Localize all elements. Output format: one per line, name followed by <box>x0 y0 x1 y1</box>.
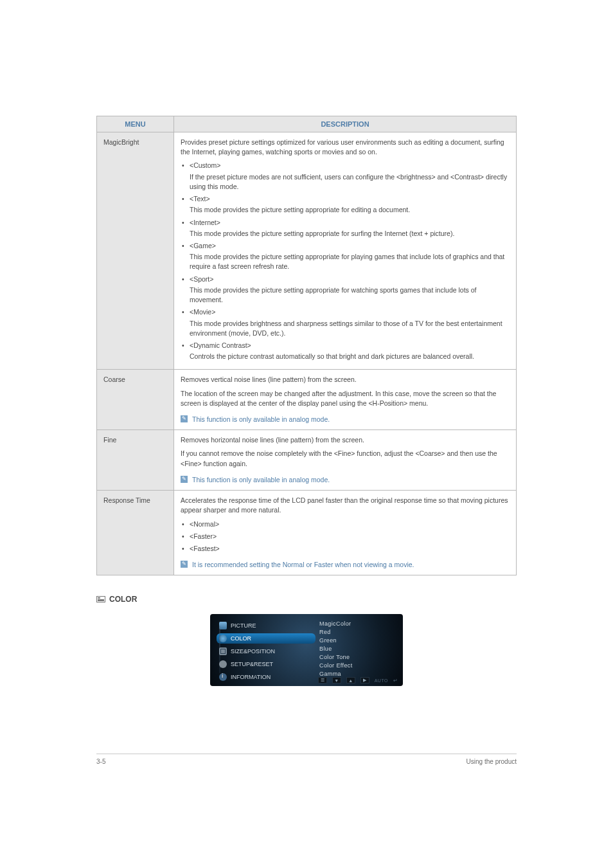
osd-right-item: Green <box>319 637 396 644</box>
size-icon <box>219 647 227 655</box>
mb-item-desc: This mode provides the picture setting a… <box>190 285 510 305</box>
osd-info-label: INFORMATION <box>231 674 271 680</box>
mb-item-desc: This mode provides the picture setting a… <box>190 205 510 215</box>
osd-bottom-bar: ☰ ▼ ▲ ▶ AUTO ↵ <box>318 677 398 683</box>
coarse-p1: Removes vertical noise lines (line patte… <box>181 375 510 384</box>
osd-left-menu: PICTURE COLOR SIZE&POSITION SETUP&RESET … <box>217 620 315 682</box>
osd-up-icon: ▲ <box>346 677 355 683</box>
note-icon <box>181 561 188 568</box>
osd-right-item: Color Tone <box>319 654 396 660</box>
fine-p1: Removes horizontal noise lines (line pat… <box>181 435 510 445</box>
osd-right-item: Gamma <box>319 671 396 677</box>
osd-down-icon: ▼ <box>332 677 341 683</box>
osd-item-size: SIZE&POSITION <box>217 646 315 656</box>
osd-return-icon: ↵ <box>393 678 398 683</box>
osd-item-picture: PICTURE <box>217 620 315 631</box>
osd-size-label: SIZE&POSITION <box>231 648 275 655</box>
osd-picture-label: PICTURE <box>231 622 256 629</box>
mb-item-desc: This mode provides the picture setting a… <box>190 252 510 271</box>
fine-note: This function is only available in analo… <box>181 475 510 485</box>
osd-color-label: COLOR <box>231 635 251 642</box>
fine-note-text: This function is only available in analo… <box>192 476 330 484</box>
osd-panel: PICTURE COLOR SIZE&POSITION SETUP&RESET … <box>210 614 403 686</box>
osd-item-info: INFORMATION <box>217 672 315 682</box>
table-row: Coarse Removes vertical noise lines (lin… <box>97 370 517 430</box>
osd-right-item: Color Effect <box>319 662 396 669</box>
mb-item-label: <Sport> <box>190 275 510 284</box>
menu-fine: Fine <box>97 430 174 491</box>
section-color-heading: COLOR <box>96 595 517 604</box>
osd-right-item: Blue <box>319 646 396 652</box>
section-color-label: COLOR <box>109 595 137 604</box>
menu-description-table: MENU DESCRIPTION MagicBright Provides pr… <box>96 116 517 575</box>
response-note-text: It is recommended setting the Normal or … <box>192 561 414 568</box>
mb-item-desc: Controls the picture contrast automatica… <box>190 352 510 361</box>
menu-magicbright: MagicBright <box>97 132 174 370</box>
footer-page-number: 3-5 <box>96 758 105 765</box>
mb-item-desc: If the preset picture modes are not suff… <box>190 172 510 192</box>
desc-magicbright: Provides preset picture settings optimiz… <box>174 132 517 370</box>
page-footer: 3-5 Using the product <box>96 754 517 765</box>
response-item: <Normal> <box>181 520 510 529</box>
osd-item-setup: SETUP&RESET <box>217 659 315 669</box>
desc-coarse: Removes vertical noise lines (line patte… <box>174 370 517 430</box>
response-note: It is recommended setting the Normal or … <box>181 560 510 570</box>
magicbright-intro: Provides preset picture settings optimiz… <box>181 138 510 157</box>
mb-item-label: <Movie> <box>190 307 510 317</box>
mb-item-desc: This mode provides the picture setting a… <box>190 229 510 239</box>
osd-auto-label: AUTO <box>375 678 388 683</box>
mb-item-desc: This mode provides brightness and sharpn… <box>190 319 510 338</box>
note-icon <box>181 415 188 422</box>
menu-coarse: Coarse <box>97 370 174 430</box>
osd-right-item: MagicColor <box>319 620 396 627</box>
osd-right-item: Red <box>319 629 396 635</box>
mb-item-label: <Text> <box>190 194 510 204</box>
osd-right-icon: ▶ <box>360 677 369 683</box>
coarse-note-text: This function is only available in analo… <box>192 415 330 423</box>
response-item: <Fastest> <box>181 544 510 554</box>
osd-item-color: COLOR <box>217 633 315 644</box>
osd-menu-icon: ☰ <box>318 677 327 683</box>
menu-response-time: Response Time <box>97 491 174 575</box>
magicbright-list: <Custom> If the preset picture modes are… <box>181 161 510 361</box>
response-p1: Accelerates the response time of the LCD… <box>181 496 510 515</box>
info-icon <box>219 673 227 681</box>
mb-item-label: <Game> <box>190 241 510 251</box>
response-item: <Faster> <box>181 532 510 541</box>
footer-section-title: Using the product <box>466 758 517 765</box>
header-menu: MENU <box>97 116 174 132</box>
desc-fine: Removes horizontal noise lines (line pat… <box>174 430 517 491</box>
table-row: Fine Removes horizontal noise lines (lin… <box>97 430 517 491</box>
header-description: DESCRIPTION <box>174 116 517 132</box>
note-icon <box>181 476 188 483</box>
coarse-note: This function is only available in analo… <box>181 415 510 424</box>
mb-item-label: <Dynamic Contrast> <box>190 341 510 350</box>
section-icon <box>96 596 105 602</box>
response-list: <Normal> <Faster> <Fastest> <box>181 520 510 554</box>
osd-right-menu: MagicColor Red Green Blue Color Tone Col… <box>315 620 396 682</box>
mb-item-label: <Internet> <box>190 218 510 228</box>
fine-p2: If you cannot remove the noise completel… <box>181 449 510 468</box>
coarse-p2: The location of the screen may be change… <box>181 389 510 408</box>
osd-setup-label: SETUP&RESET <box>231 661 273 667</box>
table-row: MagicBright Provides preset picture sett… <box>97 132 517 370</box>
mb-item-label: <Custom> <box>190 161 510 170</box>
gear-icon <box>219 660 227 668</box>
table-row: Response Time Accelerates the response t… <box>97 491 517 575</box>
desc-response-time: Accelerates the response time of the LCD… <box>174 491 517 575</box>
